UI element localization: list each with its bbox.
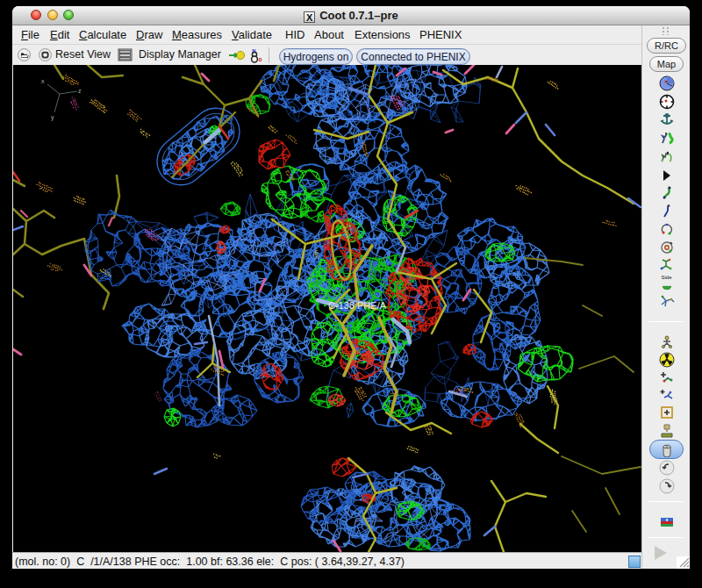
svg-text:y: y xyxy=(51,114,54,121)
svg-text:x: x xyxy=(41,78,45,84)
svg-text:o: o xyxy=(259,56,262,62)
svg-text:C-138 PHE/A: C-138 PHE/A xyxy=(328,300,387,311)
svg-text:z: z xyxy=(78,88,82,94)
